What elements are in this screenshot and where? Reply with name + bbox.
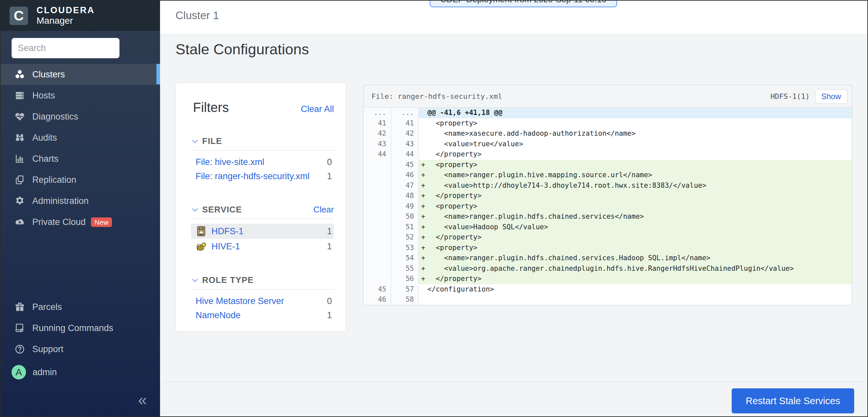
sidebar-item-administration[interactable]: Administration [1,190,160,211]
new-line-number: 52 [391,232,419,243]
new-line-number: 58 [391,295,419,305]
filters-panel: Filters Clear All FILEFile: hive-site.xm… [176,83,346,332]
new-line-number: 54 [391,253,419,264]
sidebar-item-hosts[interactable]: Hosts [1,85,160,106]
filter-link[interactable]: File: ranger-hdfs-security.xml [195,171,327,181]
cloudera-logo-icon[interactable]: C [9,7,28,25]
new-line-number: ... [391,108,419,118]
administration-icon [14,196,26,206]
sidebar-bottom-nav: ParcelsRunning CommandsSupport [1,296,160,360]
filter-item-hive-metastore-server[interactable]: Hive Metastore Server0 [191,294,334,308]
new-line-number: 57 [391,284,419,295]
sidebar-item-label: Charts [32,154,59,164]
diff-line-content: <value>true</value> [419,139,852,150]
cluster-title: Cluster 1 [176,9,219,22]
audits-icon [14,132,26,143]
hive-service-icon [195,241,207,252]
filter-item-namenode[interactable]: NameNode1 [191,308,334,323]
new-line-number: 43 [391,139,419,150]
content-area: Stale Configurations Filters Clear All F… [160,34,867,416]
sidebar-item-label: Support [32,344,64,354]
filter-count: 1 [327,226,332,237]
sidebar-item-label: Administration [32,196,89,206]
diff-row: ......@@ -41,6 +41,18 @@ [364,108,852,118]
diff-row: 45+ <property> [364,160,852,170]
filter-item-file-ranger-hdfs-security-xml[interactable]: File: ranger-hdfs-security.xml1 [191,169,334,183]
new-line-number: 49 [391,201,419,212]
filter-link[interactable]: Hive Metastore Server [195,296,327,306]
hosts-icon [14,90,26,101]
diff-line-content: + <name>ranger.plugin.hdfs.chained.servi… [419,211,852,222]
filter-link[interactable]: NameNode [195,310,327,321]
new-line-number: 41 [391,118,419,129]
sidebar-item-label: Running Commands [32,323,113,333]
diff-line-content [419,295,852,305]
filter-count: 1 [327,310,332,321]
diff-line-content: + <value>Hadoop SQL</value> [419,222,852,233]
diff-line-content: + </property> [419,274,852,284]
diff-line-content: + <value>org.apache.ranger.chainedplugin… [419,264,852,274]
admin-username: admin [33,367,57,378]
filter-link[interactable]: HDFS-1 [211,226,327,237]
old-line-number: 43 [364,139,391,150]
filter-link[interactable]: File: hive-site.xml [195,157,327,167]
clear-link[interactable]: Clear [313,205,334,215]
filter-count: 0 [327,157,332,167]
filter-item-file-hive-site-xml[interactable]: File: hive-site.xml0 [191,155,334,169]
hdfs-service-icon [195,226,207,237]
diff-row: 56+ </property> [364,274,852,284]
show-button[interactable]: Show [815,89,847,104]
diff-line-content: + <name>ranger.plugin.hdfs.chained.servi… [419,253,852,264]
chevron-down-icon[interactable] [191,137,199,145]
diff-line-content: <property> [419,118,852,129]
deployment-banner-text: CDEP Deployment from 2020-Sep-11 00:10 [440,0,607,7]
old-line-number [364,211,391,222]
logo-letter: C [14,8,24,24]
old-line-number [364,222,391,233]
diff-line-content: + <property> [419,243,852,253]
sidebar-item-audits[interactable]: Audits [1,127,160,148]
old-line-number [364,170,391,180]
sidebar-scrollbar-thumb[interactable] [156,64,160,84]
diff-line-content: + <name>ranger.plugin.hive.mapping.sourc… [419,170,852,180]
filter-section-title: FILE [202,136,334,146]
filter-link[interactable]: HIVE-1 [211,241,327,251]
stale-config-diff-panel: File: ranger-hdfs-security.xml HDFS-1(1)… [363,85,852,305]
diff-row: 47+ <value>http://dhoyle714-3.dhoyle714.… [364,180,852,191]
search-input[interactable] [11,38,120,58]
deployment-banner[interactable]: CDEP Deployment from 2020-Sep-11 00:10 [430,0,617,7]
chevron-down-icon[interactable] [191,206,199,214]
diff-line-content: + <property> [419,201,852,212]
new-line-number: 44 [391,149,419,160]
brand-name: CLOUDERA [36,5,95,16]
sidebar-item-replication[interactable]: Replication [1,169,160,190]
old-line-number [364,180,391,191]
replication-icon [14,175,26,185]
sidebar-item-diagnostics[interactable]: Diagnostics [1,106,160,127]
new-line-number: 45 [391,160,419,170]
clear-all-link[interactable]: Clear All [301,104,334,114]
sidebar-item-clusters[interactable]: Clusters [1,64,160,85]
sidebar-item-charts[interactable]: Charts [1,148,160,169]
sidebar-item-private-cloud[interactable]: Private CloudNew [1,211,160,233]
sidebar-nav: ClustersHostsDiagnosticsAuditsChartsRepl… [1,64,160,233]
sidebar-item-support[interactable]: Support [1,338,160,360]
diff-row: 4444 </property> [364,149,852,160]
old-line-number: 45 [364,284,391,295]
filter-item-hive-1[interactable]: HIVE-11 [191,239,334,254]
diff-row: 55+ <value>org.apache.ranger.chainedplug… [364,264,852,274]
diff-line-content: <name>xasecure.add-hadoop-authorization<… [419,128,852,139]
search-container [1,31,160,58]
filter-item-hdfs-1[interactable]: HDFS-11 [191,224,334,239]
sidebar-item-admin[interactable]: A admin [1,362,160,383]
chevron-down-icon[interactable] [191,276,199,284]
avatar-letter: A [16,367,22,378]
sidebar-collapse-button[interactable]: « [138,392,147,408]
old-line-number [364,243,391,253]
restart-stale-services-button[interactable]: Restart Stale Services [732,388,854,413]
filter-section-title: ROLE TYPE [202,275,334,285]
sidebar-item-parcels[interactable]: Parcels [1,296,160,318]
sidebar-item-running-commands[interactable]: Running Commands [1,318,160,338]
main-area: Cluster 1 CDEP Deployment from 2020-Sep-… [160,1,867,416]
old-line-number: 44 [364,149,391,160]
